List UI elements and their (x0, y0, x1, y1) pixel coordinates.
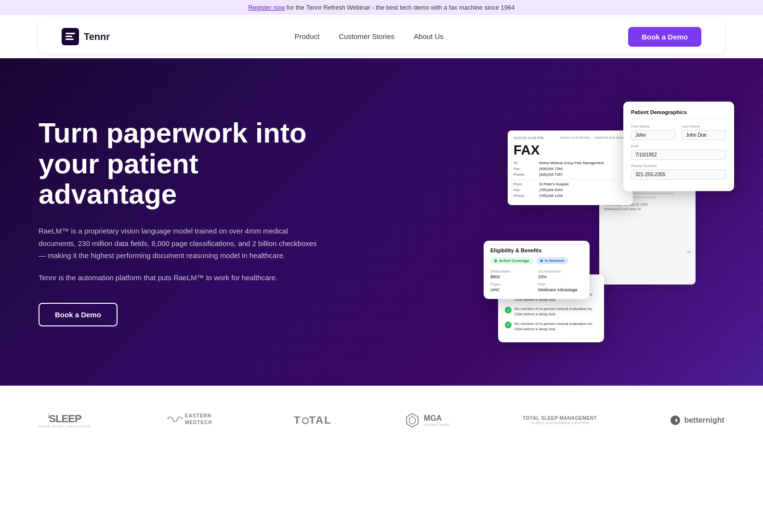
check-icon-2 (505, 307, 512, 313)
partner-total-sleep: TOTAL SLEEP MANAGEMENT SLEEP DISORDERS C… (523, 415, 597, 425)
in-network-badge: In Network (536, 257, 568, 264)
patient-dob-field: DoB 7/10/1952 (631, 144, 726, 160)
patient-phone-field: Phone Number 321-255-2355 (631, 164, 726, 180)
partner-betternight: betternight (670, 415, 724, 426)
fax-header2: 02/21/24 12:57:58 PRE → 10094714179 B Tr… (560, 136, 627, 140)
fax-header1: 02/21/24 13:08 PRE (513, 136, 544, 140)
patient-name-row: First Name John Last Name John Doe (631, 124, 726, 140)
logo-text: Tennr (84, 31, 110, 42)
fax-from-label: From: (513, 182, 535, 186)
deductibles-label: Deductibles (490, 269, 535, 273)
svg-rect-3 (66, 39, 74, 40)
coinsurance-label: Co-Insurance (538, 269, 583, 273)
patient-phone-row: Phone Number 321-255-2355 (631, 164, 726, 180)
book-demo-button[interactable]: Book a Demo (628, 27, 701, 47)
in-network-dot (540, 260, 543, 262)
e0601-item-3: No mention of in-person clinical evaluat… (505, 321, 597, 332)
banner-link[interactable]: Register now (248, 4, 285, 11)
plan-col: Plan Medicare Advantage (538, 282, 583, 292)
fax-fax-val: (928)334-7264 (539, 167, 563, 171)
patient-dob-value: 7/10/1952 (631, 150, 726, 160)
e0601-item-3-text: No mention of in-person clinical evaluat… (514, 321, 597, 332)
patient-card-title: Patient Demographics (631, 109, 726, 119)
mga-logo-icon (405, 413, 420, 428)
in-network-label: In Network (545, 259, 565, 263)
active-coverage-dot (494, 260, 497, 262)
deductibles-col: Deductibles $800 (490, 269, 535, 279)
eastern-medtech-logo-svg: EASTERN MEDTECH (163, 410, 221, 429)
fax-to-row: To: Relive Medical Group Pain Management (513, 161, 627, 165)
coinsurance-value: 20% (538, 274, 583, 279)
payer-label: Payer (490, 282, 535, 286)
active-coverage-badge: Active Coverage (490, 257, 533, 264)
top-banner: Register now for the Tennr Refresh Webin… (0, 0, 763, 15)
e0601-item-2: No mention of in-person clinical evaluat… (505, 306, 597, 317)
patient-phone-value: 321-255-2355 (631, 169, 726, 180)
hero-sub: Tennr is the automation platform that pu… (39, 272, 318, 284)
betternight-logo-icon (670, 415, 681, 426)
fax-phone-val: (928)334-7267 (539, 172, 563, 177)
patient-last-name-label: Last Name (682, 124, 726, 129)
e0601-item-2-text: No mention of in-person clinical evaluat… (514, 306, 597, 317)
nav-about-us[interactable]: About Us (414, 32, 444, 40)
partner-mga: MGA HOMECARE (405, 413, 450, 428)
svg-rect-1 (66, 33, 75, 34)
partners-section: iSLEEP HOME·SLEEP·SOLUTIONS EASTERN MEDT… (0, 386, 763, 455)
navbar: Tennr Product Customer Stories About Us … (39, 20, 724, 53)
eligibility-badges: Active Coverage In Network (490, 257, 583, 264)
svg-marker-7 (409, 416, 415, 424)
fax-from-fax-row: Fax: (765)284-5244 (513, 188, 627, 192)
patient-phone-label: Phone Number (631, 164, 726, 168)
eligibility-card: Eligibility & Benefits Active Coverage I… (484, 241, 590, 299)
eligibility-grid: Deductibles $800 Co-Insurance 20% Payer … (490, 269, 583, 292)
eligibility-title: Eligibility & Benefits (490, 247, 583, 253)
hero-content: Turn paperwork into your patient advanta… (39, 117, 318, 326)
fax-from-phone-label: Phone: (513, 194, 535, 198)
plan-value: Medicare Advantage (538, 287, 583, 292)
fax-from-phone-row: Phone: (765)284-1248 (513, 194, 627, 198)
patient-first-name-label: First Name (631, 124, 676, 129)
nav-customer-stories[interactable]: Customer Stories (339, 32, 395, 40)
nav-links: Product Customer Stories About Us (294, 32, 443, 41)
hero-title: Turn paperwork into your patient advanta… (39, 117, 318, 209)
partner-total: TTAL (294, 414, 332, 427)
fax-to-val: Relive Medical Group Pain Management (539, 161, 604, 165)
logo[interactable]: Tennr (62, 28, 110, 45)
fax-from-row: From: St Peter's Hospital (513, 182, 627, 186)
fax-from-phone-val: (765)284-1248 (539, 194, 563, 198)
patient-first-name-value: John (631, 130, 676, 140)
hero-section: Turn paperwork into your patient advanta… (0, 58, 763, 386)
patient-dob-row: DoB 7/10/1952 (631, 144, 726, 160)
hero-book-demo-button[interactable]: Book a Demo (39, 303, 118, 326)
fax-fax-label: Fax: (513, 167, 535, 171)
fax-to-label: To: (513, 161, 535, 165)
patient-first-name-field: First Name John (631, 124, 676, 140)
active-coverage-label: Active Coverage (499, 259, 529, 263)
fax-from-fax-label: Fax: (513, 188, 535, 192)
svg-text:MEDTECH: MEDTECH (185, 420, 212, 425)
fax-from-val: St Peter's Hospital (539, 182, 568, 186)
hero-body: RaeLM™ is a proprietary vision language … (39, 225, 318, 262)
fax-phone-label: Phone: (513, 172, 535, 177)
coinsurance-col: Co-Insurance 20% (538, 269, 583, 279)
banner-text: for the Tennr Refresh Webinar - the best… (285, 4, 514, 11)
plan-label: Plan (538, 282, 583, 286)
svg-text:EASTERN: EASTERN (185, 413, 211, 418)
logo-icon (62, 28, 79, 45)
fax-title: FAX (513, 143, 627, 158)
hero-visual: STATEMENT OF CONFIDENTIALITY: The inform… (484, 102, 734, 342)
patient-dob-label: DoB (631, 144, 726, 148)
check-icon-3 (505, 322, 512, 328)
fax-faxnum-row: Fax: (928)334-7264 (513, 167, 627, 171)
svg-rect-2 (66, 36, 72, 37)
fax-document: 02/21/24 13:08 PRE 02/21/24 12:57:58 PRE… (508, 130, 633, 205)
partner-eastern-medtech: EASTERN MEDTECH (163, 410, 221, 431)
fax-from-fax-val: (765)284-5244 (539, 188, 563, 192)
patient-demographics-card: Patient Demographics First Name John Las… (623, 102, 734, 191)
fax-phone-row: Phone: (928)334-7267 (513, 172, 627, 177)
nav-product[interactable]: Product (294, 32, 319, 40)
payer-value: UHC (490, 287, 535, 292)
payer-col: Payer UHC (490, 282, 535, 292)
svg-marker-6 (407, 414, 418, 427)
deductibles-value: $800 (490, 274, 535, 279)
